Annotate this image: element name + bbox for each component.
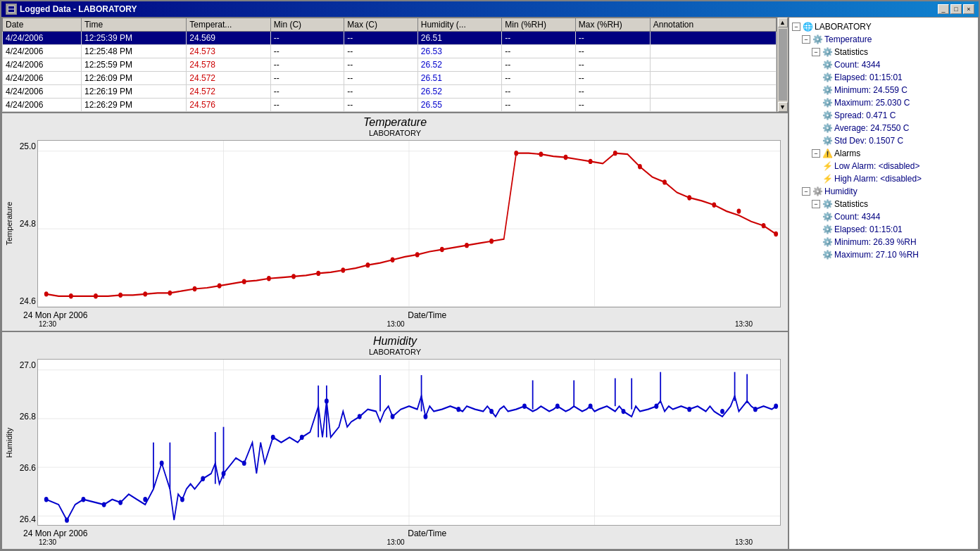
table-cell: 24.576: [187, 99, 270, 112]
table-cell: --: [575, 72, 650, 85]
svg-point-74: [300, 434, 304, 439]
svg-point-36: [712, 203, 716, 208]
svg-point-67: [143, 497, 147, 502]
svg-point-34: [662, 179, 667, 184]
data-table: Date Time Temperat... Min (C) Max (C) Hu…: [2, 18, 777, 112]
maximize-button[interactable]: □: [950, 4, 962, 14]
alarms-label: Alarms: [834, 148, 860, 158]
left-panel: Date Time Temperat... Min (C) Max (C) Hu…: [1, 17, 789, 550]
svg-point-71: [222, 471, 226, 476]
table-row[interactable]: 4/24/200612:25:59 PM24.578----26.52----: [3, 58, 777, 72]
table-cell: 26.52: [417, 85, 501, 99]
tree-item-count[interactable]: ⚙️ Count: 4344: [792, 58, 975, 71]
humidity-count-icon: ⚙️: [822, 211, 833, 222]
table-cell: 24.572: [187, 72, 270, 85]
temp-plot-area: [37, 140, 781, 308]
expand-laboratory[interactable]: −: [792, 23, 800, 31]
table-row[interactable]: 4/24/200612:25:39 PM24.569----26.51----: [3, 32, 777, 45]
tree-item-laboratory[interactable]: − 🌐 LABORATORY: [792, 20, 975, 33]
tree-item-alarms[interactable]: − ⚠️ Alarms: [792, 147, 975, 160]
main-window: Logged Data - LABORATORY _ □ × Date: [0, 0, 980, 551]
spread-label: Spread: 0.471 C: [834, 110, 896, 120]
count-icon: ⚙️: [822, 59, 833, 70]
tree-item-humidity-elapsed[interactable]: ⚙️ Elapsed: 01:15:01: [792, 223, 975, 236]
stddev-icon: ⚙️: [822, 135, 833, 146]
tree-item-elapsed[interactable]: ⚙️ Elapsed: 01:15:01: [792, 71, 975, 84]
table-row[interactable]: 4/24/200612:26:19 PM24.572----26.52----: [3, 85, 777, 99]
humidity-chart: Humidity LABORATORY Humidity 27.0 26.8 2…: [1, 331, 789, 550]
svg-point-13: [143, 291, 147, 296]
table-cell: --: [575, 99, 650, 112]
tree-item-max-temp[interactable]: ⚙️ Maximum: 25.030 C: [792, 96, 975, 109]
expand-temp-stats[interactable]: −: [812, 48, 820, 56]
table-scroll-down[interactable]: ▼: [778, 102, 788, 112]
table-cell: --: [270, 58, 344, 72]
temp-x-ticks: 12:30 13:00 13:30: [2, 320, 788, 331]
table-cell: 26.53: [417, 45, 501, 58]
svg-point-82: [555, 403, 560, 408]
svg-point-79: [456, 406, 460, 411]
tree-item-temp-stats[interactable]: − ⚙️ Statistics: [792, 46, 975, 58]
humidity-y-tick-4: 26.4: [20, 514, 36, 524]
tree-item-humidity-min[interactable]: ⚙️ Minimum: 26.39 %RH: [792, 236, 975, 248]
table-cell: 24.569: [187, 32, 270, 45]
close-button[interactable]: ×: [963, 4, 974, 14]
svg-point-20: [316, 271, 320, 276]
table-cell: 26.52: [417, 58, 501, 72]
tree-item-humidity-max[interactable]: ⚙️ Maximum: 27.10 %RH: [792, 248, 975, 261]
expand-alarms[interactable]: −: [812, 149, 820, 158]
alarms-icon: ⚠️: [822, 148, 833, 159]
table-cell: 26.55: [417, 99, 501, 112]
temp-xtick-1: 12:30: [39, 320, 277, 328]
table-row[interactable]: 4/24/200612:25:48 PM24.573----26.53----: [3, 45, 777, 58]
elapsed-label: Elapsed: 01:15:01: [834, 72, 903, 82]
window-controls: _ □ ×: [938, 4, 974, 14]
svg-point-30: [564, 155, 568, 160]
svg-point-77: [391, 414, 395, 419]
svg-point-31: [589, 159, 593, 164]
humidity-xtick-1: 12:30: [39, 538, 277, 546]
table-cell: --: [502, 45, 576, 58]
expand-humidity[interactable]: −: [802, 187, 810, 196]
table-cell: --: [344, 99, 418, 112]
svg-point-63: [65, 517, 69, 522]
table-row[interactable]: 4/24/200612:26:29 PM24.576----26.55----: [3, 99, 777, 112]
humidity-footer-left: 24 Mon Apr 2006: [23, 528, 87, 538]
temp-stats-label: Statistics: [834, 47, 868, 57]
minimize-button[interactable]: _: [938, 4, 949, 14]
humidity-tree-label: Humidity: [824, 186, 857, 196]
humidity-elapsed-icon: ⚙️: [822, 224, 833, 235]
temp-footer-left: 24 Mon Apr 2006: [23, 310, 87, 320]
tree-item-humidity-stats[interactable]: − ⚙️ Statistics: [792, 198, 975, 210]
table-cell: 12:25:39 PM: [81, 32, 186, 45]
tree-item-humidity[interactable]: − ⚙️ Humidity: [792, 185, 975, 198]
humidity-xtick-3: 13:30: [515, 538, 753, 546]
expand-temperature[interactable]: −: [802, 35, 810, 44]
svg-point-21: [341, 267, 345, 272]
high-alarm-label: High Alarm: <disabled>: [834, 174, 922, 184]
tree-item-min-temp[interactable]: ⚙️ Minimum: 24.559 C: [792, 84, 975, 96]
table-row[interactable]: 4/24/200612:26:09 PM24.572----26.51----: [3, 72, 777, 85]
table-scroll-up[interactable]: ▲: [778, 18, 788, 27]
tree-item-humidity-count[interactable]: ⚙️ Count: 4344: [792, 210, 975, 223]
right-panel[interactable]: − 🌐 LABORATORY − ⚙️ Temperature − ⚙️ Sta…: [789, 17, 979, 550]
temperature-chart: Temperature LABORATORY Temperature 25.0 …: [1, 113, 789, 331]
tree-item-average[interactable]: ⚙️ Average: 24.7550 C: [792, 122, 975, 134]
tree-item-low-alarm[interactable]: ⚡ Low Alarm: <disabled>: [792, 160, 975, 172]
tree-item-spread[interactable]: ⚙️ Spread: 0.471 C: [792, 109, 975, 122]
tree-item-high-alarm[interactable]: ⚡ High Alarm: <disabled>: [792, 172, 975, 185]
table-cell: 26.51: [417, 32, 501, 45]
table-cell: [650, 58, 776, 72]
charts-area: Temperature LABORATORY Temperature 25.0 …: [1, 113, 789, 550]
tree: − 🌐 LABORATORY − ⚙️ Temperature − ⚙️ Sta…: [789, 18, 978, 264]
title-bar: Logged Data - LABORATORY _ □ ×: [1, 1, 979, 17]
temp-xtick-3: 13:30: [515, 320, 753, 328]
table-cell: [650, 45, 776, 58]
elapsed-icon: ⚙️: [822, 72, 833, 83]
expand-humidity-stats[interactable]: −: [812, 200, 820, 208]
table-cell: --: [270, 45, 344, 58]
svg-point-84: [622, 408, 626, 413]
svg-point-62: [44, 497, 49, 502]
tree-item-temperature[interactable]: − ⚙️ Temperature: [792, 33, 975, 46]
tree-item-stddev[interactable]: ⚙️ Std Dev: 0.1507 C: [792, 134, 975, 147]
